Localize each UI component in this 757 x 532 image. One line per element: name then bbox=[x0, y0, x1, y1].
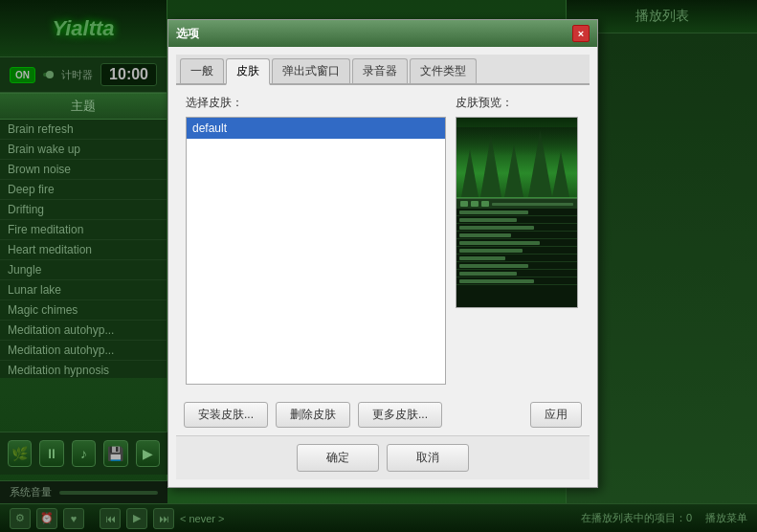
mini-text-6 bbox=[459, 249, 523, 253]
mini-row-7 bbox=[456, 255, 577, 262]
options-dialog: 选项 × 一般皮肤弹出式窗口录音器文件类型 选择皮肤： default 皮肤预览… bbox=[167, 19, 598, 488]
preview-area bbox=[456, 117, 580, 308]
delete-skin-button[interactable]: 删除皮肤 bbox=[276, 402, 350, 428]
dialog-titlebar: 选项 × bbox=[168, 20, 597, 47]
skin-select-label: 选择皮肤： bbox=[186, 95, 446, 111]
sky-overlay bbox=[456, 127, 577, 156]
tab-皮肤[interactable]: 皮肤 bbox=[226, 58, 270, 85]
skin-left: 选择皮肤： default bbox=[186, 95, 446, 385]
skin-right: 皮肤预览： bbox=[456, 95, 580, 385]
dialog-content: 一般皮肤弹出式窗口录音器文件类型 选择皮肤： default 皮肤预览： bbox=[168, 47, 597, 487]
mini-row-10 bbox=[456, 277, 577, 285]
mini-text-8 bbox=[459, 264, 528, 268]
more-skins-button[interactable]: 更多皮肤... bbox=[358, 402, 442, 428]
preview-forest bbox=[456, 118, 577, 197]
skin-section: 选择皮肤： default 皮肤预览： bbox=[186, 95, 580, 385]
progress-bar bbox=[492, 203, 573, 206]
cancel-button[interactable]: 取消 bbox=[387, 444, 469, 472]
skin-item-default[interactable]: default bbox=[187, 118, 445, 139]
tab-content: 选择皮肤： default 皮肤预览： bbox=[176, 85, 590, 394]
dialog-close-button[interactable]: × bbox=[572, 25, 590, 42]
skin-list[interactable]: default bbox=[186, 117, 446, 385]
mini-row-3 bbox=[456, 224, 577, 232]
apply-button[interactable]: 应用 bbox=[530, 402, 582, 428]
skin-preview-label: 皮肤预览： bbox=[456, 95, 580, 111]
tab-文件类型[interactable]: 文件类型 bbox=[410, 58, 477, 83]
mini-text-3 bbox=[459, 226, 534, 230]
dialog-bottom-row: 确定 取消 bbox=[176, 435, 590, 479]
mini-text-9 bbox=[459, 272, 517, 276]
dialog-title: 选项 bbox=[176, 26, 199, 42]
mini-row-6 bbox=[456, 247, 577, 255]
mini-row-5 bbox=[456, 239, 577, 247]
ctrl-3 bbox=[481, 201, 489, 207]
ctrl-2 bbox=[471, 201, 479, 207]
tabs-bar: 一般皮肤弹出式窗口录音器文件类型 bbox=[176, 55, 590, 85]
preview-top bbox=[456, 118, 577, 198]
preview-image bbox=[456, 117, 578, 308]
install-skin-button[interactable]: 安装皮肤... bbox=[184, 402, 268, 428]
preview-mini-rows bbox=[456, 209, 577, 307]
ctrl-1 bbox=[460, 201, 468, 207]
tab-录音器[interactable]: 录音器 bbox=[352, 58, 408, 83]
mini-text-2 bbox=[459, 218, 517, 222]
ok-button[interactable]: 确定 bbox=[297, 444, 379, 472]
mini-row-9 bbox=[456, 270, 577, 277]
mini-text-10 bbox=[459, 279, 534, 283]
mini-text-4 bbox=[459, 233, 511, 237]
mini-row-1 bbox=[456, 209, 577, 216]
mini-row-8 bbox=[456, 262, 577, 270]
mini-text-5 bbox=[459, 241, 540, 245]
tree-1 bbox=[461, 149, 479, 197]
preview-bottom bbox=[456, 209, 577, 307]
tab-弹出式窗口[interactable]: 弹出式窗口 bbox=[272, 58, 350, 83]
dialog-btn-row: 安装皮肤... 删除皮肤 更多皮肤... 应用 bbox=[176, 394, 590, 435]
mini-text-1 bbox=[459, 211, 528, 214]
mini-text-7 bbox=[459, 256, 505, 260]
preview-controls bbox=[456, 198, 577, 209]
mini-row-4 bbox=[456, 232, 577, 239]
mini-row-2 bbox=[456, 216, 577, 224]
tree-5 bbox=[552, 151, 569, 197]
tab-一般[interactable]: 一般 bbox=[180, 58, 224, 83]
